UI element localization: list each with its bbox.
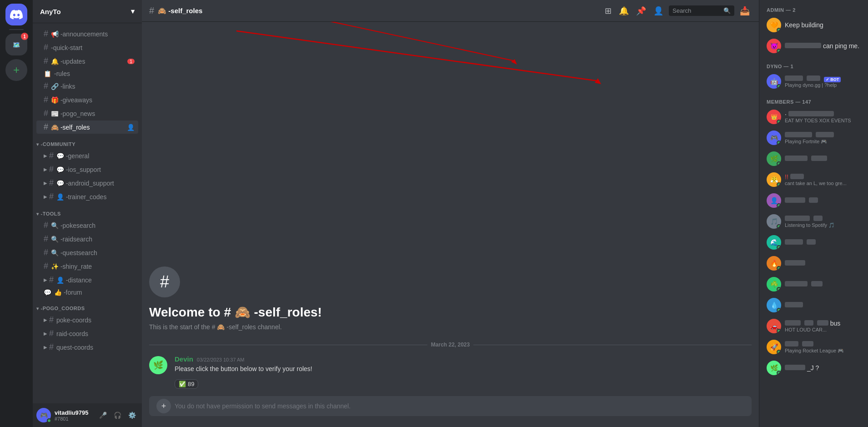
- member-item-5[interactable]: 👤: [763, 191, 864, 211]
- member-item-keep-building[interactable]: 🧡 Keep building: [763, 15, 864, 35]
- channel-item-general[interactable]: ▶ # 💬 -general: [36, 149, 138, 162]
- user-panel: 🎮 vitadliu9795 #7801 🎤 🎧 ⚙️: [33, 403, 142, 427]
- member-info: Listening to Spotify 🎵: [785, 215, 861, 228]
- member-item-devin-j[interactable]: 🌿 _J ?: [763, 358, 864, 378]
- channel-item-android-support[interactable]: ▶ # 💬 -android_support: [36, 176, 138, 190]
- channel-item-updates[interactable]: # 🔔 -updates 1: [36, 55, 138, 68]
- channel-label: 📰 -pogo_news: [51, 110, 95, 117]
- channel-item-links[interactable]: # 🔗 -links: [36, 80, 138, 93]
- hash-icon: #: [49, 275, 54, 285]
- add-attachment-button[interactable]: +: [156, 399, 171, 413]
- member-info: !! cant take an L, we too gre...: [785, 173, 861, 186]
- hash-icon: #: [44, 122, 48, 132]
- blurred-name: [807, 75, 820, 81]
- channel-item-distance[interactable]: ▶ # 👤 -distance: [36, 273, 138, 286]
- member-item-dyno[interactable]: 🤖 ✓ BOT Playing dyno.gg | ?help: [763, 71, 864, 91]
- hash-icon: #: [44, 221, 48, 230]
- community-category[interactable]: ▾ -COMMUNITY: [33, 134, 142, 149]
- channel-item-announcements[interactable]: # 📢 -announcements: [36, 27, 138, 40]
- channel-item-ios-support[interactable]: ▶ # 💬 -ios_support: [36, 163, 138, 176]
- member-item-3[interactable]: 🌿: [763, 149, 864, 169]
- channel-item-pokesearch[interactable]: # 🔍 -pokesearch: [36, 219, 138, 232]
- channel-label: -rules: [54, 70, 70, 77]
- member-item-eat-my-toes[interactable]: 👑 · EAT MY TOES XOX EVENTS: [763, 107, 864, 127]
- member-name: [785, 301, 861, 309]
- channel-label: 👤 -trainer_codes: [56, 193, 106, 201]
- channel-item-quickstart[interactable]: # -quick-start: [36, 41, 138, 54]
- hash-icon: #: [44, 29, 48, 39]
- message-reaction[interactable]: ✅ 89: [175, 379, 198, 389]
- manage-icon[interactable]: 👤: [127, 124, 135, 131]
- channel-item-raid-coords[interactable]: ▶ # raid-coords: [36, 327, 138, 340]
- pin-button[interactable]: 📌: [634, 4, 648, 18]
- member-avatar: 🌊: [767, 235, 781, 250]
- channel-item-quest-coords[interactable]: ▶ # quest-coords: [36, 341, 138, 354]
- member-item-7[interactable]: 🌊: [763, 232, 864, 252]
- deafen-button[interactable]: 🎧: [111, 409, 124, 422]
- member-item-hot-loud[interactable]: 🚗 bus HOT LOUD CAR...: [763, 316, 864, 336]
- category-arrow-icon: ▾: [36, 306, 39, 311]
- mute-button[interactable]: 🎤: [96, 409, 109, 422]
- member-activity: Listening to Spotify 🎵: [785, 222, 861, 228]
- member-item-cant-take-l[interactable]: 😤 !! cant take an L, we too gre...: [763, 170, 864, 190]
- channel-item-pogo-news[interactable]: # 📰 -pogo_news: [36, 107, 138, 120]
- tools-category[interactable]: ▾ -TOOLS: [33, 204, 142, 218]
- member-item-playing-fortnite[interactable]: 🎮 Playing Fortnite 🎮: [763, 128, 864, 148]
- pogo-coords-category[interactable]: ▾ -POGO_COORDS: [33, 298, 142, 313]
- member-list-button[interactable]: 👤: [652, 4, 665, 18]
- threads-button[interactable]: ⊞: [603, 4, 613, 18]
- notifications-button[interactable]: 🔔: [617, 4, 631, 18]
- channel-item-rules[interactable]: 📋 -rules: [36, 68, 138, 79]
- member-item-8[interactable]: 🔥: [763, 253, 864, 273]
- welcome-description: This is the start of the # 🙈 -self_roles…: [149, 323, 752, 331]
- category-label: -POGO_COORDS: [41, 306, 85, 311]
- reaction-count: 89: [188, 381, 194, 387]
- admin-category-header: ADMIN — 2: [759, 0, 868, 15]
- channel-item-shiny-rate[interactable]: # ✨ -shiny_rate: [36, 260, 138, 273]
- channel-item-trainer-codes[interactable]: ▶ # 👤 -trainer_codes: [36, 190, 138, 203]
- member-activity: Playing Fortnite 🎮: [785, 139, 861, 145]
- channel-item-poke-coords[interactable]: ▶ # poke-coords: [36, 313, 138, 327]
- anyto-icon-text: 🗺️: [13, 41, 20, 48]
- member-avatar: 🎮: [767, 131, 781, 145]
- hash-icon: #: [49, 192, 54, 201]
- member-item-9[interactable]: ☘️: [763, 274, 864, 294]
- channel-item-self-roles[interactable]: # 🙈 -self_roles 👤: [36, 121, 138, 134]
- inbox-button[interactable]: 📥: [738, 4, 752, 18]
- server-header[interactable]: AnyTo ▾: [33, 0, 142, 23]
- member-item-rocket-league[interactable]: 🚀 Playing Rocket League 🎮: [763, 337, 864, 357]
- channel-item-giveaways[interactable]: # 🎁 -giveaways: [36, 93, 138, 106]
- channel-hash-icon: #: [149, 5, 154, 16]
- divider-line-left: [149, 345, 427, 345]
- channel-item-forum[interactable]: 💬 👍 -forum: [36, 287, 138, 298]
- channel-item-raidsearch[interactable]: # 🔍 -raidsearch: [36, 232, 138, 246]
- member-info: [785, 281, 861, 288]
- member-item-can-ping[interactable]: 😈 can ping me.: [763, 36, 864, 56]
- message-author[interactable]: Devin: [175, 355, 193, 363]
- hash-icon: #: [44, 234, 48, 244]
- status-dot: [777, 224, 781, 229]
- hash-icon: #: [49, 329, 54, 338]
- channel-header-name: 🙈 -self_roles: [158, 7, 202, 15]
- blurred-name: [785, 239, 803, 245]
- add-server-icon[interactable]: +: [5, 59, 27, 81]
- message-input-area: + You do not have permission to send mes…: [142, 396, 759, 427]
- status-dot: [777, 84, 781, 89]
- date-divider: March 22, 2023: [142, 338, 759, 352]
- member-item-spotify[interactable]: 🎵 Listening to Spotify 🎵: [763, 211, 864, 231]
- member-name: [785, 281, 861, 288]
- anyto-server-icon[interactable]: 🗺️ 1: [5, 34, 27, 55]
- blurred-name: [785, 341, 798, 347]
- member-name: [785, 341, 861, 348]
- member-name: bus: [785, 320, 861, 327]
- settings-button[interactable]: ⚙️: [125, 409, 138, 422]
- channel-item-questsearch[interactable]: # 🔍 -questsearch: [36, 246, 138, 259]
- discord-home-icon[interactable]: [5, 4, 27, 25]
- member-item-10[interactable]: 💧: [763, 295, 864, 315]
- blurred-name: [788, 111, 834, 116]
- member-info: Playing Fortnite 🎮: [785, 131, 861, 145]
- channel-label: 🔍 -questsearch: [51, 249, 97, 256]
- search-box[interactable]: Search 🔍: [669, 5, 734, 16]
- status-dot: [777, 266, 781, 271]
- member-info: Playing Rocket League 🎮: [785, 341, 861, 354]
